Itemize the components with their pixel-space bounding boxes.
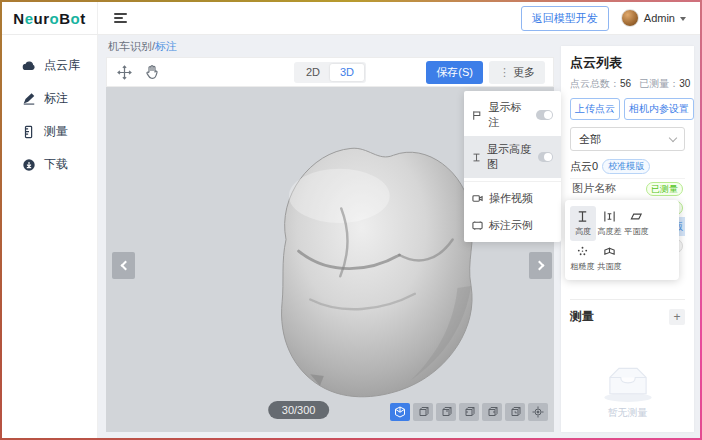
measure-tool-palette: 高度 高度差 平面度 粗糙度 [565,200,679,280]
empty-box-icon [599,361,657,403]
view-top-button[interactable] [505,403,525,421]
breadcrumb-current: 标注 [155,40,177,52]
chevron-right-icon [534,261,544,271]
tool-coplanarity[interactable]: 共面度 [597,241,623,276]
sidebar-item-download[interactable]: 下载 [2,148,97,181]
cube-icon [486,406,498,418]
menu-item-tutorial-video[interactable]: 操作视频 [464,185,561,212]
tool-flatness[interactable]: 平面度 [624,206,650,241]
top-header: NeuroBot 返回模型开发 Admin [2,2,700,35]
logo-letter: t [80,10,86,27]
flatness-icon [630,210,643,223]
menu-item-annotation-example[interactable]: 标注示例 [464,212,561,239]
more-button[interactable]: ⋮更多 [489,61,545,84]
pan-tool-button[interactable] [143,63,161,81]
sidebar-item-label: 标注 [44,90,68,107]
canvas-toolbar: 2D 3D 保存(S) ⋮更多 显示标注 [106,57,554,87]
pointcloud-group-row[interactable]: 点云0 校准模版 [570,159,685,174]
cube-icon [509,406,521,418]
roughness-icon [576,245,589,258]
sidebar-item-annotate[interactable]: 标注 [2,82,97,115]
image-list-item[interactable]: 图片名称 已测量 [570,179,685,198]
download-icon [22,158,36,172]
locate-icon [532,406,544,418]
view-back-button[interactable] [436,403,456,421]
view-front-button[interactable] [413,403,433,421]
tool-label: 粗糙度 [570,261,594,273]
chevron-down-icon [669,133,677,141]
logo-letter: N [13,10,24,27]
pointcloud-panel: 点云列表 点云总数：56 已测量：30 上传点云 相机内参设置 全部 点云0 校… [561,46,694,432]
logo-box: NeuroBot [2,2,98,34]
menu-item-label: 显示标注 [488,100,530,130]
reset-view-button[interactable] [528,403,548,421]
move-tool-button[interactable] [115,63,133,81]
ellipsis-icon: ⋮ [499,66,510,78]
flag-icon [472,110,482,121]
group-name: 点云0 [570,159,598,174]
hand-icon [144,64,160,80]
user-name: Admin [644,12,675,24]
view-right-button[interactable] [482,403,502,421]
tool-height[interactable]: 高度 [570,206,596,241]
view-left-button[interactable] [459,403,479,421]
ruler-icon [22,125,36,139]
measure-section-header: 测量 + [570,299,685,325]
cube-icon [394,406,406,418]
breadcrumb-parent[interactable]: 机车识别 [108,40,152,52]
next-image-button[interactable] [529,252,552,279]
canvas-card: 2D 3D 保存(S) ⋮更多 显示标注 [106,57,554,432]
collapse-menu-icon[interactable] [110,9,131,27]
tool-label: 高度差 [597,226,621,238]
view-iso-button[interactable] [390,403,410,421]
sidebar-item-measure[interactable]: 测量 [2,115,97,148]
stat-value: 30 [679,78,690,89]
logo-letter: ur [34,10,50,27]
filter-select[interactable]: 全部 [570,127,685,151]
upload-pointcloud-button[interactable]: 上传点云 [570,98,620,120]
menu-item-label: 操作视频 [489,191,533,206]
stat-label: 点云总数： [570,78,620,89]
empty-state-text: 暂无测量 [608,406,648,420]
add-measure-button[interactable]: + [669,309,685,325]
tab-3d[interactable]: 3D [330,64,364,81]
height-diff-icon [603,210,616,223]
view-cube-toolbar [390,403,548,421]
tool-height-diff[interactable]: 高度差 [597,206,623,241]
tab-2d[interactable]: 2D [296,64,330,81]
menu-item-label: 显示高度图 [487,142,532,172]
height-map-icon [472,152,481,163]
video-icon [472,193,483,204]
cube-icon [417,406,429,418]
tool-label: 平面度 [624,226,648,238]
tooth-3d-model [194,93,504,415]
app-logo: NeuroBot [13,10,85,27]
app-window: NeuroBot 返回模型开发 Admin 点云库 标注 测量 [2,2,700,438]
save-button[interactable]: 保存(S) [426,61,483,84]
menu-item-show-heightmap[interactable]: 显示高度图 [464,136,561,178]
tool-roughness[interactable]: 粗糙度 [570,241,596,276]
image-example-icon [472,220,483,231]
menu-item-show-annotation[interactable]: 显示标注 [464,94,561,136]
camera-intrinsics-button[interactable]: 相机内参设置 [624,98,694,120]
tool-label: 高度 [574,226,590,238]
cloud-icon [22,59,36,73]
show-annotation-toggle[interactable] [536,110,553,120]
user-menu[interactable]: Admin [621,9,686,27]
show-heightmap-toggle[interactable] [538,152,553,162]
tool-label: 共面度 [597,261,621,273]
more-label: 更多 [513,66,535,78]
status-badge: 已测量 [646,182,683,196]
sidebar-item-label: 下载 [44,156,68,173]
stat-total: 点云总数：56 [570,77,631,91]
empty-state: 暂无测量 [570,361,685,426]
template-badge: 校准模版 [602,159,650,174]
sidebar-item-pointcloud-library[interactable]: 点云库 [2,49,97,82]
move-icon [116,64,133,81]
prev-image-button[interactable] [112,252,135,279]
logo-letter: o [71,10,81,27]
back-to-model-dev-button[interactable]: 返回模型开发 [521,6,609,31]
cube-icon [440,406,452,418]
panel-title: 点云列表 [570,54,685,72]
dimension-toggle: 2D 3D [294,62,366,83]
